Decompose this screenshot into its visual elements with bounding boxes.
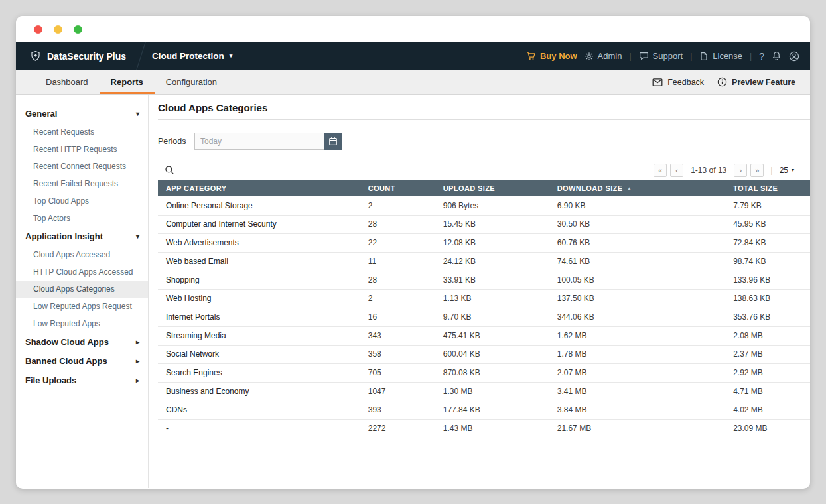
table-cell: 475.41 KB — [435, 326, 549, 345]
table-cell: 138.63 KB — [725, 289, 810, 308]
tab-configuration[interactable]: Configuration — [155, 70, 228, 94]
table-header-row: APP CATEGORYCOUNTUPLOAD SIZEDOWNLOAD SIZ… — [158, 180, 810, 196]
sidebar-item-top-cloud-apps[interactable]: Top Cloud Apps — [16, 192, 148, 210]
sidebar-item-cloud-apps-accessed[interactable]: Cloud Apps Accessed — [16, 246, 148, 263]
table-cell: 2 — [360, 289, 435, 308]
table-row[interactable]: -22721.43 MB21.67 MB23.09 MB — [158, 419, 810, 438]
cell-app-category: Social Network — [158, 345, 360, 363]
chat-bubble-icon — [639, 51, 649, 61]
table-cell: 24.12 KB — [435, 252, 549, 271]
chevron-down-icon: ▾ — [230, 53, 233, 59]
sidebar-item-recent-requests[interactable]: Recent Requests — [16, 123, 148, 141]
column-header-app-category[interactable]: APP CATEGORY — [158, 180, 360, 196]
document-icon — [699, 52, 709, 61]
zoom-window-button[interactable] — [74, 25, 82, 34]
cell-app-category: Internet Portals — [158, 308, 360, 326]
tab-reports[interactable]: Reports — [100, 70, 155, 94]
table-cell: 3.41 MB — [549, 382, 725, 401]
column-header-upload-size[interactable]: UPLOAD SIZE — [435, 180, 549, 196]
sidebar-section-application-insight[interactable]: Application Insight▾ — [16, 227, 148, 246]
table-row[interactable]: Web based Email1124.12 KB74.61 KB98.74 K… — [158, 252, 810, 271]
column-header-total-size[interactable]: TOTAL SIZE — [725, 180, 810, 196]
table-row[interactable]: Search Engines705870.08 KB2.07 MB2.92 MB — [158, 363, 810, 382]
table-cell: 7.79 KB — [725, 196, 810, 215]
admin-menu[interactable]: Admin — [585, 51, 622, 61]
sidebar-item-top-actors[interactable]: Top Actors — [16, 210, 148, 227]
table-row[interactable]: Business and Economy10471.30 MB3.41 MB4.… — [158, 382, 810, 401]
periods-label: Periods — [158, 137, 194, 146]
sidebar-section-label: File Uploads — [25, 375, 76, 385]
cell-app-category: Web Advertisements — [158, 233, 360, 252]
divider: | — [690, 52, 692, 61]
sidebar-section-label: Application Insight — [25, 231, 103, 241]
sidebar-section-shadow-cloud-apps[interactable]: Shadow Cloud Apps▸ — [16, 332, 148, 351]
table-cell: 6.90 KB — [549, 196, 725, 215]
next-page-button[interactable]: › — [734, 164, 747, 177]
previous-page-button[interactable]: ‹ — [670, 164, 683, 177]
sidebar-section-label: Banned Cloud Apps — [25, 356, 107, 366]
table-row[interactable]: Social Network358600.04 KB1.78 MB2.37 MB — [158, 345, 810, 363]
table-cell: 60.76 KB — [549, 233, 725, 252]
table-row[interactable]: Web Hosting21.13 KB137.50 KB138.63 KB — [158, 289, 810, 308]
sidebar-item-recent-failed-requests[interactable]: Recent Failed Requests — [16, 175, 148, 192]
table-cell: 177.84 KB — [435, 401, 549, 419]
module-selector[interactable]: Cloud Protection ▾ — [152, 51, 232, 61]
cart-icon — [526, 51, 536, 61]
minimize-window-button[interactable] — [54, 25, 62, 34]
sidebar-item-cloud-apps-categories[interactable]: Cloud Apps Categories — [16, 281, 148, 298]
column-header-download-size[interactable]: DOWNLOAD SIZE▲ — [549, 180, 725, 196]
table-cell: 133.96 KB — [725, 271, 810, 289]
table-row[interactable]: Online Personal Storage2906 Bytes6.90 KB… — [158, 196, 810, 215]
last-page-button[interactable]: » — [750, 164, 764, 177]
table-cell: 23.09 MB — [725, 419, 810, 438]
table-row[interactable]: CDNs393177.84 KB3.84 MB4.02 MB — [158, 401, 810, 419]
table-cell: 72.84 KB — [725, 233, 810, 252]
sidebar-item-low-reputed-apps[interactable]: Low Reputed Apps — [16, 315, 148, 332]
sidebar-section-banned-cloud-apps[interactable]: Banned Cloud Apps▸ — [16, 351, 148, 371]
table-row[interactable]: Internet Portals169.70 KB344.06 KB353.76… — [158, 308, 810, 326]
user-avatar-icon — [789, 51, 799, 62]
table-cell: 12.08 KB — [435, 233, 549, 252]
table-cell: 705 — [360, 363, 435, 382]
table-row[interactable]: Shopping2833.91 KB100.05 KB133.96 KB — [158, 271, 810, 289]
buy-now-button[interactable]: Buy Now — [526, 51, 577, 61]
close-window-button[interactable] — [34, 25, 42, 34]
table-cell: 353.76 KB — [725, 308, 810, 326]
gear-icon — [585, 52, 594, 61]
preview-feature-button[interactable]: Preview Feature — [717, 77, 795, 87]
account-button[interactable] — [789, 51, 799, 62]
brand: DataSecurity Plus — [16, 50, 126, 62]
table-row[interactable]: Web Advertisements2212.08 KB60.76 KB72.8… — [158, 233, 810, 252]
sidebar-item-recent-connect-requests[interactable]: Recent Connect Requests — [16, 158, 148, 175]
table-cell: 45.95 KB — [725, 215, 810, 233]
sidebar-item-http-cloud-apps-accessed[interactable]: HTTP Cloud Apps Accessed — [16, 263, 148, 281]
first-page-button[interactable]: « — [654, 164, 667, 177]
calendar-picker-button[interactable] — [324, 133, 342, 150]
page-title: Cloud Apps Categories — [158, 95, 810, 120]
table-row[interactable]: Streaming Media343475.41 KB1.62 MB2.08 M… — [158, 326, 810, 345]
search-button[interactable] — [163, 164, 176, 176]
support-menu[interactable]: Support — [639, 51, 683, 61]
table-row[interactable]: Computer and Internet Security2815.45 KB… — [158, 215, 810, 233]
search-icon — [165, 165, 174, 175]
table-cell: 74.61 KB — [549, 252, 725, 271]
tab-dashboard[interactable]: Dashboard — [34, 70, 100, 94]
sidebar-section-file-uploads[interactable]: File Uploads▸ — [16, 371, 148, 390]
app-window: DataSecurity Plus Cloud Protection ▾ Buy… — [16, 16, 810, 489]
help-button[interactable]: ? — [759, 51, 764, 62]
sidebar-item-low-reputed-apps-request[interactable]: Low Reputed Apps Request — [16, 298, 148, 315]
top-navigation-bar: DataSecurity Plus Cloud Protection ▾ Buy… — [16, 42, 810, 70]
sidebar-section-label: Shadow Cloud Apps — [25, 337, 109, 347]
periods-row: Periods — [158, 133, 810, 150]
feedback-button[interactable]: Feedback — [652, 78, 704, 87]
table-cell: 1.78 MB — [549, 345, 725, 363]
license-menu[interactable]: License — [699, 51, 742, 61]
notifications-button[interactable] — [772, 51, 782, 61]
table-cell: 21.67 MB — [549, 419, 725, 438]
page-size-dropdown[interactable]: 25 ▾ — [780, 166, 794, 175]
sidebar-item-recent-http-requests[interactable]: Recent HTTP Requests — [16, 141, 148, 158]
sidebar-section-general[interactable]: General▾ — [16, 104, 148, 123]
divider: | — [770, 165, 772, 175]
column-header-count[interactable]: COUNT — [360, 180, 435, 196]
periods-input[interactable] — [194, 133, 324, 150]
